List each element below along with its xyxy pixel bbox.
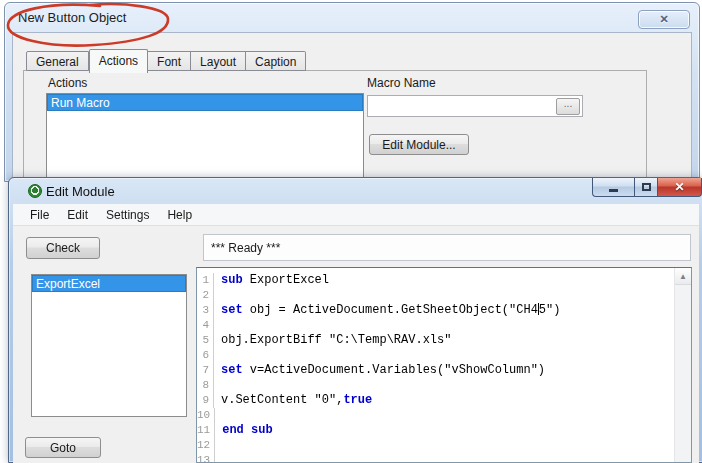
dialog-title: New Button Object bbox=[18, 10, 126, 25]
browse-button[interactable]: ... bbox=[556, 98, 580, 115]
line-number: 4 bbox=[197, 318, 214, 333]
code-line[interactable]: 2 bbox=[197, 288, 674, 303]
code-text: end sub bbox=[215, 423, 272, 438]
scroll-up-button[interactable]: ▲ bbox=[675, 268, 691, 285]
actions-section-label: Actions bbox=[48, 76, 87, 90]
code-text bbox=[214, 378, 221, 393]
tab-general[interactable]: General bbox=[26, 51, 89, 71]
list-item-exportexcel[interactable]: ExportExcel bbox=[32, 275, 186, 292]
menu-file[interactable]: File bbox=[21, 206, 58, 224]
tab-actions[interactable]: Actions bbox=[89, 49, 148, 73]
goto-button[interactable]: Goto bbox=[25, 437, 101, 458]
window-controls: ✕ bbox=[592, 178, 702, 197]
status-text: *** Ready *** bbox=[211, 241, 280, 255]
new-button-object-dialog: New Button Object ✕ General Actions Font… bbox=[4, 2, 700, 182]
code-text: obj.ExportBiff "C:\Temp\RAV.xls" bbox=[214, 333, 451, 348]
code-line[interactable]: 8 bbox=[197, 378, 674, 393]
code-line[interactable]: 12 bbox=[197, 438, 674, 453]
vertical-scrollbar[interactable]: ▲ bbox=[674, 268, 691, 462]
code-text: set obj = ActiveDocument.GetSheetObject(… bbox=[214, 303, 560, 318]
close-icon: ✕ bbox=[659, 14, 668, 25]
line-number: 5 bbox=[197, 333, 214, 348]
line-number: 12 bbox=[197, 438, 215, 453]
line-number: 10 bbox=[197, 408, 215, 423]
module-listbox[interactable]: ExportExcel bbox=[31, 274, 187, 417]
code-line[interactable]: 6 bbox=[197, 348, 674, 363]
code-line[interactable]: 5obj.ExportBiff "C:\Temp\RAV.xls" bbox=[197, 333, 674, 348]
macro-name-input[interactable] bbox=[368, 97, 556, 115]
macro-name-label: Macro Name bbox=[367, 76, 436, 90]
code-line[interactable]: 13 bbox=[197, 453, 674, 462]
qlikview-app-icon bbox=[28, 184, 42, 198]
code-text bbox=[215, 453, 222, 462]
menu-bar: File Edit Settings Help bbox=[13, 204, 699, 226]
list-item-run-macro[interactable]: Run Macro bbox=[47, 94, 363, 111]
check-button[interactable]: Check bbox=[26, 237, 100, 259]
line-number: 1 bbox=[197, 273, 214, 288]
code-text: set v=ActiveDocument.Variables("vShowCol… bbox=[214, 363, 545, 378]
maximize-icon bbox=[642, 183, 651, 191]
code-line[interactable]: 4 bbox=[197, 318, 674, 333]
code-line[interactable]: 11end sub bbox=[197, 423, 674, 438]
menu-settings[interactable]: Settings bbox=[97, 206, 158, 224]
minimize-button[interactable] bbox=[592, 178, 634, 197]
maximize-button[interactable] bbox=[634, 178, 657, 197]
line-number: 6 bbox=[197, 348, 214, 363]
code-text bbox=[214, 348, 221, 363]
tab-font[interactable]: Font bbox=[148, 51, 191, 71]
code-line[interactable]: 3set obj = ActiveDocument.GetSheetObject… bbox=[197, 303, 674, 318]
status-field: *** Ready *** bbox=[203, 234, 691, 261]
code-text bbox=[214, 318, 221, 333]
screen: New Button Object ✕ General Actions Font… bbox=[0, 0, 702, 463]
editor-client-area: Check *** Ready *** ExportExcel Goto 1su… bbox=[13, 226, 699, 463]
window-title: Edit Module bbox=[46, 184, 115, 199]
line-number: 7 bbox=[197, 363, 214, 378]
close-button[interactable]: ✕ bbox=[657, 178, 702, 197]
code-area[interactable]: 1sub ExportExcel23set obj = ActiveDocume… bbox=[197, 268, 674, 462]
line-number: 8 bbox=[197, 378, 214, 393]
menu-edit[interactable]: Edit bbox=[58, 206, 97, 224]
code-line[interactable]: 9v.SetContent "0",true bbox=[197, 393, 674, 408]
edit-module-window: Edit Module ✕ File Edit Settings Help Ch… bbox=[8, 177, 702, 463]
tab-strip: General Actions Font Layout Caption bbox=[26, 49, 306, 71]
code-line[interactable]: 7set v=ActiveDocument.Variables("vShowCo… bbox=[197, 363, 674, 378]
code-line[interactable]: 1sub ExportExcel bbox=[197, 273, 674, 288]
code-text bbox=[214, 288, 221, 303]
line-number: 9 bbox=[197, 393, 214, 408]
dialog-close-button[interactable]: ✕ bbox=[638, 10, 690, 29]
line-number: 3 bbox=[197, 303, 214, 318]
code-editor[interactable]: 1sub ExportExcel23set obj = ActiveDocume… bbox=[196, 267, 692, 463]
tab-caption[interactable]: Caption bbox=[246, 51, 306, 71]
line-number: 2 bbox=[197, 288, 214, 303]
minimize-icon bbox=[609, 189, 618, 192]
code-line[interactable]: 10 bbox=[197, 408, 674, 423]
code-text bbox=[215, 438, 222, 453]
edit-module-button[interactable]: Edit Module... bbox=[369, 134, 469, 155]
code-text: v.SetContent "0",true bbox=[214, 393, 372, 408]
code-text: sub ExportExcel bbox=[214, 273, 329, 288]
code-text bbox=[215, 408, 222, 423]
close-icon: ✕ bbox=[674, 181, 684, 193]
macro-name-field-wrap: ... bbox=[367, 95, 583, 117]
line-number: 11 bbox=[197, 423, 215, 438]
line-number: 13 bbox=[197, 453, 215, 462]
dialog-client-area: General Actions Font Layout Caption Acti… bbox=[12, 32, 692, 182]
menu-help[interactable]: Help bbox=[158, 206, 201, 224]
tab-layout[interactable]: Layout bbox=[191, 51, 246, 71]
